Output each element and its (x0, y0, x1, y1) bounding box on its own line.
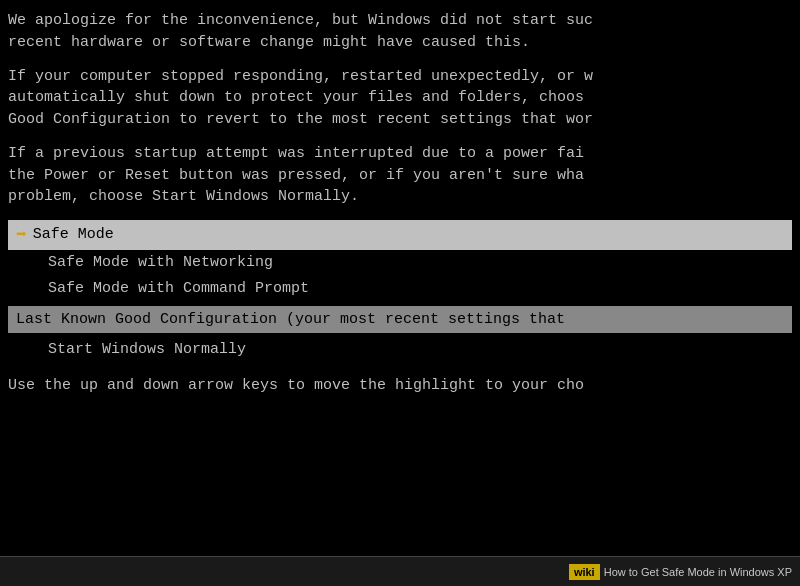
safe-mode-networking-label: Safe Mode with Networking (48, 252, 273, 274)
wiki-brand: wiki How to Get Safe Mode in Windows XP (569, 564, 792, 580)
bsod-screen: We apologize for the inconvenience, but … (0, 0, 800, 556)
para3-line3: problem, choose Start Windows Normally. (8, 186, 792, 208)
bottom-bar: wiki How to Get Safe Mode in Windows XP (0, 556, 800, 586)
paragraph-1: We apologize for the inconvenience, but … (8, 10, 792, 54)
safe-mode-label: Safe Mode (33, 224, 114, 246)
start-normally-label: Start Windows Normally (48, 339, 246, 361)
safe-mode-command-label: Safe Mode with Command Prompt (48, 278, 309, 300)
menu-item-safe-mode[interactable]: ➡ Safe Mode (8, 220, 792, 250)
para1-line2: recent hardware or software change might… (8, 32, 792, 54)
para1-line1: We apologize for the inconvenience, but … (8, 10, 792, 32)
boot-menu: ➡ Safe Mode Safe Mode with Networking Sa… (8, 220, 792, 363)
para2-line3: Good Configuration to revert to the most… (8, 109, 792, 131)
para2-line1: If your computer stopped responding, res… (8, 66, 792, 88)
wiki-logo: wiki (569, 564, 600, 580)
wiki-article-title: How to Get Safe Mode in Windows XP (604, 566, 792, 578)
para3-line2: the Power or Reset button was pressed, o… (8, 165, 792, 187)
paragraph-2: If your computer stopped responding, res… (8, 66, 792, 131)
para2-line2: automatically shut down to protect your … (8, 87, 792, 109)
menu-item-safe-mode-networking[interactable]: Safe Mode with Networking (8, 250, 792, 276)
paragraph-3: If a previous startup attempt was interr… (8, 143, 792, 208)
menu-item-last-known-good[interactable]: Last Known Good Configuration (your most… (8, 306, 792, 334)
menu-item-safe-mode-command[interactable]: Safe Mode with Command Prompt (8, 276, 792, 302)
selection-arrow-icon: ➡ (16, 222, 27, 248)
para3-line1: If a previous startup attempt was interr… (8, 143, 792, 165)
last-known-good-label: Last Known Good Configuration (your most… (16, 311, 565, 328)
menu-item-start-normally[interactable]: Start Windows Normally (8, 337, 792, 363)
footer-text: Use the up and down arrow keys to move t… (8, 375, 792, 397)
footer-instruction: Use the up and down arrow keys to move t… (8, 375, 792, 397)
